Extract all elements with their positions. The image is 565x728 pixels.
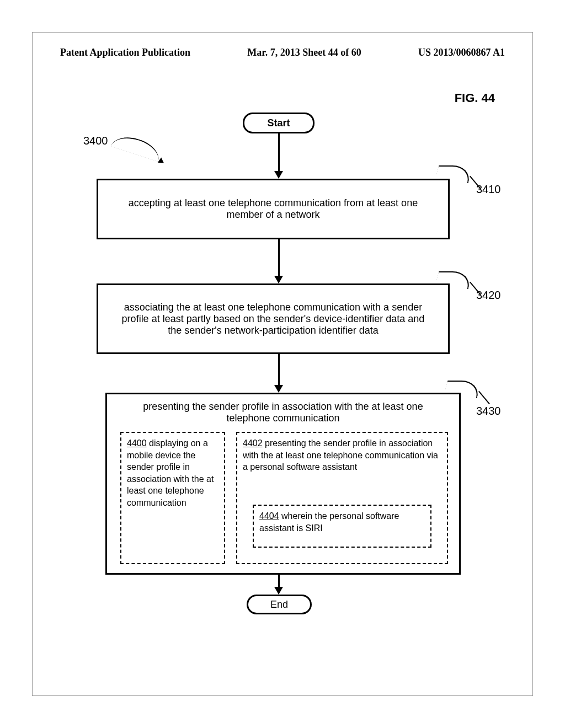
arrow-3430-end (278, 575, 280, 588)
substep-4402-index: 4402 (243, 438, 263, 448)
substep-4400-index: 4400 (127, 438, 147, 448)
step-3420-text: associating the at least one telephone c… (116, 302, 430, 336)
arrow-3420-3430 (278, 354, 280, 386)
flowchart: Start 3400 accepting at least one teleph… (59, 113, 511, 625)
leader-3430 (478, 391, 490, 404)
header-left: Patent Application Publication (60, 47, 190, 58)
substep-4404: 4404 wherein the personal software assis… (253, 505, 431, 548)
pointer-3400 (111, 132, 163, 162)
arrow-head-1 (274, 171, 283, 179)
start-node: Start (243, 113, 315, 133)
ref-3410: 3410 (476, 183, 501, 196)
figure-label: FIG. 44 (455, 91, 495, 105)
swoosh-3430 (443, 381, 482, 398)
substep-4400: 4400 displaying on a mobile device the s… (120, 432, 225, 564)
ref-3430: 3430 (476, 405, 501, 417)
step-3420: associating the at least one telephone c… (97, 283, 450, 354)
substep-4402-text: presenting the sender profile in associa… (243, 438, 438, 472)
arrow-start-3410 (278, 133, 280, 172)
step-3430-title: presenting the sender profile in associa… (118, 401, 448, 430)
arrow-head-4 (274, 587, 283, 595)
substep-4400-text: displaying on a mobile device the sender… (127, 438, 214, 507)
pointer-3400-head (158, 158, 166, 166)
header-mid: Mar. 7, 2013 Sheet 44 of 60 (247, 47, 361, 58)
step-3430: presenting the sender profile in associa… (105, 393, 461, 575)
swoosh-3410 (434, 165, 473, 183)
arrow-head-2 (274, 276, 283, 283)
swoosh-3420 (434, 271, 473, 289)
arrow-3410-3420 (278, 239, 280, 277)
page-frame: Patent Application Publication Mar. 7, 2… (32, 32, 533, 696)
substep-4402: 4402 presenting the sender profile in as… (236, 432, 448, 564)
step-3410-text: accepting at least one telephone communi… (116, 197, 430, 221)
step-3410: accepting at least one telephone communi… (97, 179, 450, 239)
substep-4404-text: wherein the personal software assistant … (259, 511, 399, 533)
ref-3420: 3420 (476, 289, 501, 302)
substep-4404-index: 4404 (259, 511, 279, 521)
end-node: End (247, 595, 312, 614)
page-header: Patent Application Publication Mar. 7, 2… (60, 47, 505, 58)
arrow-head-3 (274, 385, 283, 393)
ref-3400: 3400 (83, 135, 108, 147)
header-right: US 2013/0060867 A1 (418, 47, 505, 58)
